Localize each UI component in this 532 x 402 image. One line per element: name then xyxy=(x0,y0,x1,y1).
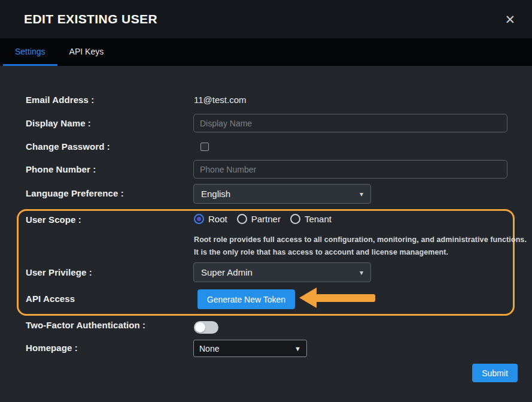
user-privilege-label: User Privilege : xyxy=(26,267,92,277)
submit-button[interactable]: Submit xyxy=(472,364,518,382)
radio-unselected-icon xyxy=(290,214,300,224)
close-icon[interactable]: ✕ xyxy=(504,13,515,26)
two-factor-label: Two-Factor Authentication : xyxy=(26,320,145,330)
change-password-checkbox[interactable] xyxy=(200,143,209,151)
email-label: Email Address : xyxy=(26,95,94,105)
generate-token-button[interactable]: Generate New Token xyxy=(197,289,295,309)
user-scope-label: User Scope : xyxy=(26,214,81,225)
user-scope-radio-group: Root Partner Tenant xyxy=(194,214,332,224)
edit-user-modal: EDIT EXISTING USER ✕ Settings API Keys E… xyxy=(0,0,532,402)
arrow-left-icon xyxy=(299,288,375,308)
language-select-value: English xyxy=(201,189,230,199)
tab-api-keys[interactable]: API Keys xyxy=(57,38,116,66)
chevron-down-icon: ▾ xyxy=(360,190,363,198)
user-scope-help-line2: It is the only role that has access to a… xyxy=(194,248,448,256)
radio-partner-label: Partner xyxy=(251,214,281,224)
user-privilege-select-value: Super Admin xyxy=(201,267,253,277)
toggle-knob xyxy=(195,322,205,333)
phone-label: Phone Number : xyxy=(26,164,96,174)
homepage-select[interactable]: None ▼ xyxy=(193,340,307,357)
settings-form: Email Address : 11@test.com Display Name… xyxy=(0,66,532,402)
modal-header: EDIT EXISTING USER ✕ xyxy=(0,0,532,38)
display-name-label: Display Name : xyxy=(26,118,91,128)
radio-partner[interactable]: Partner xyxy=(237,214,281,224)
email-value: 11@test.com xyxy=(194,95,246,105)
tab-settings[interactable]: Settings xyxy=(3,38,57,66)
tab-bar: Settings API Keys xyxy=(0,38,532,66)
language-select[interactable]: English ▾ xyxy=(193,184,371,204)
radio-tenant[interactable]: Tenant xyxy=(290,214,332,224)
page-title: EDIT EXISTING USER xyxy=(24,12,157,26)
display-name-input[interactable] xyxy=(193,114,507,132)
two-factor-toggle[interactable] xyxy=(194,321,218,334)
change-password-label: Change Password : xyxy=(26,141,110,152)
homepage-label: Homepage : xyxy=(26,343,78,353)
radio-root[interactable]: Root xyxy=(194,214,227,224)
radio-unselected-icon xyxy=(237,214,247,224)
arrow-shaft xyxy=(317,294,375,302)
radio-tenant-label: Tenant xyxy=(305,214,332,224)
api-access-label: API Access xyxy=(26,294,75,304)
chevron-down-icon: ▾ xyxy=(360,268,363,277)
arrow-head xyxy=(299,288,317,308)
phone-input[interactable] xyxy=(193,160,507,179)
chevron-down-icon: ▼ xyxy=(294,345,301,352)
language-label: Language Preference : xyxy=(26,188,124,198)
homepage-select-value: None xyxy=(199,344,219,353)
user-scope-help-line1: Root role provides full access to all co… xyxy=(194,235,527,244)
radio-root-label: Root xyxy=(208,214,227,224)
user-privilege-select[interactable]: Super Admin ▾ xyxy=(193,262,371,282)
radio-selected-icon xyxy=(194,214,204,224)
